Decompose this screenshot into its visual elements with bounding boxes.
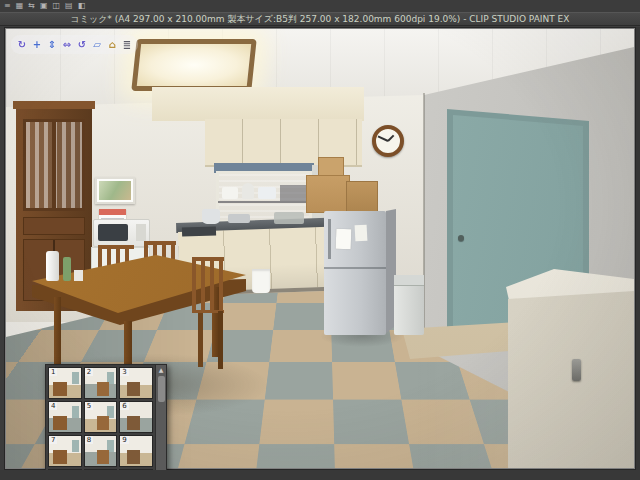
- thumbnail-number: 1: [49, 368, 57, 376]
- object-rotate-icon[interactable]: ↺: [76, 38, 88, 51]
- ceiling-light: [131, 39, 256, 91]
- cabinet-handle: [572, 359, 581, 381]
- object-plane-icon[interactable]: ▱: [91, 38, 103, 51]
- dish-kettle: [242, 183, 254, 199]
- table-cup: [74, 270, 83, 281]
- wall-clock: [372, 125, 404, 157]
- thumb-furniture: [97, 416, 109, 430]
- thumb-furniture: [127, 382, 140, 396]
- thumbnail-number: 5: [85, 402, 93, 410]
- thumbnail-number: 6: [120, 402, 128, 410]
- thumb-furniture: [97, 450, 109, 464]
- panel-icon[interactable]: ▣: [40, 1, 48, 11]
- dining-chair-3: [192, 257, 224, 313]
- layout-thumbnail-2[interactable]: 2: [84, 367, 118, 399]
- microwave: [93, 219, 150, 247]
- kitchen-soffit: [152, 87, 364, 121]
- thumb-furniture: [127, 416, 140, 430]
- camera-pan-icon[interactable]: +: [31, 38, 43, 51]
- thumbnail-number: 4: [49, 402, 57, 410]
- fridge-note: [336, 229, 352, 250]
- cardboard-box: [306, 175, 350, 213]
- menu-icon[interactable]: ≡: [4, 1, 11, 11]
- document-title-bar[interactable]: コミック* (A4 297.00 x 210.00mm 製本サイズ:B5判 25…: [0, 12, 640, 26]
- chair-leg: [198, 313, 203, 367]
- hutch-stile: [52, 119, 56, 211]
- cooktop: [182, 226, 216, 236]
- cardboard-box-2: [346, 181, 378, 213]
- thumb-furniture: [53, 382, 68, 396]
- camera-home-icon[interactable]: ⌂: [106, 38, 118, 51]
- document-title: コミック* (A4 297.00 x 210.00mm 製本サイズ:B5判 25…: [71, 14, 570, 24]
- thumb-door: [72, 440, 79, 453]
- table-leg: [54, 297, 61, 371]
- fridge-note-2: [355, 225, 368, 242]
- layout-thumbnail-8[interactable]: 8: [84, 435, 118, 467]
- camera-rotate-icon[interactable]: ↻: [16, 38, 28, 51]
- object-move-icon[interactable]: ⇔: [61, 38, 73, 51]
- layout-thumbnail-3[interactable]: 3: [119, 367, 153, 399]
- layout-thumbnail-9[interactable]: 9: [119, 435, 153, 467]
- dish-rack: [280, 185, 306, 201]
- hutch-drawer: [23, 217, 85, 235]
- object-launcher-toolbar: ↻ + ⇕ ⇔ ↺ ▱ ⌂ ≣: [11, 35, 138, 54]
- bottom-edge: [0, 470, 640, 480]
- thumbnail-number: 7: [49, 436, 57, 444]
- columns-icon[interactable]: ◫: [53, 1, 61, 11]
- dish-bowl: [258, 187, 276, 199]
- layout-thumbnail-4[interactable]: 4: [48, 401, 82, 433]
- app-window: ≡ ▦ ⇆ ▣ ◫ ▤ ◧ コミック* (A4 297.00 x 210.00m…: [0, 0, 640, 480]
- scrollbar-thumb[interactable]: [158, 376, 165, 402]
- trash-bin: [394, 275, 424, 335]
- thumb-door: [72, 372, 79, 385]
- thumbnail-number: 2: [85, 368, 93, 376]
- layout-thumbnail-1[interactable]: 1: [48, 367, 82, 399]
- layout-thumbnail-palette: 1 2 3 4 5 6 7 8 9 10 11 12 ▲ ▼: [45, 364, 167, 480]
- camera-zoom-icon[interactable]: ⇕: [46, 38, 58, 51]
- scroll-up-icon[interactable]: ▲: [159, 366, 164, 374]
- thumbnail-number: 9: [120, 436, 128, 444]
- table-bottle: [63, 257, 71, 281]
- counter-kettle: [202, 209, 220, 224]
- swap-icon[interactable]: ⇆: [28, 1, 35, 11]
- top-icon-strip: ≡ ▦ ⇆ ▣ ◫ ▤ ◧: [0, 0, 640, 12]
- thumb-furniture: [127, 450, 140, 464]
- thumbnail-number: 3: [120, 368, 128, 376]
- utensil-rail: [218, 201, 318, 203]
- hand-towel: [252, 269, 270, 293]
- thumbnail-number: 8: [85, 436, 93, 444]
- thumbnail-grid: 1 2 3 4 5 6 7 8 9 10 11 12: [46, 365, 155, 480]
- layout-thumbnail-5[interactable]: 5: [84, 401, 118, 433]
- rows-icon[interactable]: ▤: [65, 1, 73, 11]
- layout-thumbnail-6[interactable]: 6: [119, 401, 153, 433]
- palette-scrollbar[interactable]: ▲ ▼: [155, 365, 166, 480]
- thumb-furniture: [97, 382, 109, 396]
- chair-leg-2: [218, 311, 223, 369]
- thumb-furniture: [53, 450, 68, 464]
- thumb-furniture: [53, 416, 68, 430]
- hutch-crown: [13, 101, 95, 109]
- right-edge: [636, 27, 640, 470]
- canvas-area[interactable]: ↻ + ⇕ ⇔ ↺ ▱ ⌂ ≣ 1 2 3 4 5 6 7 8 9 10 11: [4, 27, 636, 470]
- wall-picture: [95, 177, 135, 204]
- cardboard-box-small: [318, 157, 344, 177]
- layout-thumbnail-7[interactable]: 7: [48, 435, 82, 467]
- dish-pot: [222, 187, 238, 199]
- grid-icon[interactable]: ▦: [16, 1, 24, 11]
- split-icon[interactable]: ◧: [78, 1, 86, 11]
- table-thermos: [46, 251, 59, 281]
- counter-pan: [228, 214, 250, 223]
- thumb-door: [72, 406, 79, 419]
- door-knob: [458, 235, 464, 241]
- layout-list-icon[interactable]: ≣: [121, 38, 133, 51]
- counter-items: [274, 212, 304, 224]
